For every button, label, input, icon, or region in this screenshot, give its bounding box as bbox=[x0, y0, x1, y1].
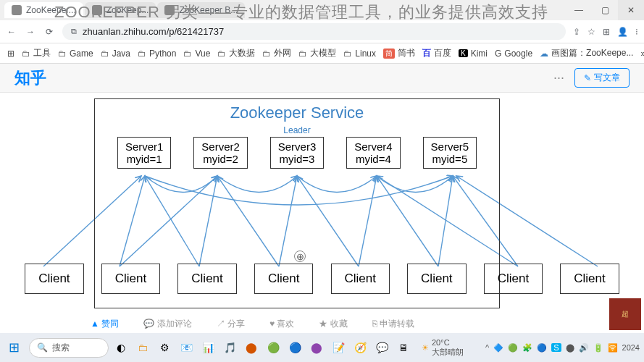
folder-icon: 🗀 bbox=[217, 49, 226, 59]
mail-icon[interactable]: 📧 bbox=[177, 338, 196, 357]
app-icon[interactable]: 🔵 bbox=[285, 338, 304, 357]
app-icon[interactable]: ⬤ bbox=[307, 338, 326, 357]
zoom-icon[interactable]: ⊕ bbox=[294, 251, 306, 262]
more-menu[interactable]: ··· bbox=[553, 70, 564, 85]
folder-icon: 🗀 bbox=[22, 49, 30, 59]
client-row: Client Client Client Client Client Clien… bbox=[7, 264, 637, 294]
maximize-button[interactable]: ▢ bbox=[592, 0, 618, 20]
site-info-icon[interactable]: ⧉ bbox=[71, 27, 77, 36]
skype-icon[interactable]: S bbox=[551, 343, 561, 352]
tab-1[interactable]: ZooKeeper... bbox=[4, 2, 83, 18]
forward-button[interactable]: → bbox=[25, 27, 36, 37]
pencil-icon: ✎ bbox=[584, 73, 591, 83]
tray-overflow[interactable]: ^ bbox=[485, 343, 489, 352]
diagram-title: Zookeeper Service bbox=[95, 104, 499, 122]
profile-avatar-icon[interactable]: 👤 bbox=[617, 27, 628, 37]
favicon bbox=[164, 5, 175, 15]
upvote-button[interactable]: ▲ 赞同 bbox=[91, 318, 119, 330]
client-box: Client bbox=[101, 264, 160, 294]
client-box: Client bbox=[177, 264, 236, 294]
bookmark-java[interactable]: 🗀Java bbox=[101, 49, 130, 59]
repost-button[interactable]: ⎘ 申请转载 bbox=[372, 318, 414, 330]
clock[interactable]: 2024 bbox=[622, 343, 640, 352]
weather-widget[interactable]: ☀ 20°C大部晴朗 bbox=[422, 338, 464, 358]
app-icon[interactable]: 📊 bbox=[198, 338, 217, 357]
bookmark-google[interactable]: GGoogle bbox=[495, 49, 532, 59]
tray-icon[interactable]: 🧩 bbox=[522, 343, 532, 353]
start-button[interactable]: ⊞ bbox=[4, 338, 23, 357]
bookmark-python[interactable]: 🗀Python bbox=[138, 49, 176, 59]
tab-3[interactable]: ZooKeeper B... bbox=[157, 2, 245, 18]
bookmarks-bar: ⊞ 🗀工具 🗀Game 🗀Java 🗀Python 🗀Vue 🗀大数据 🗀外网 … bbox=[0, 43, 644, 64]
bookmark-linux[interactable]: 🗀Linux bbox=[343, 49, 376, 59]
bookmark-vpn[interactable]: 🗀外网 bbox=[262, 47, 291, 59]
tray-icon[interactable]: 🟢 bbox=[508, 343, 518, 353]
extensions-icon[interactable]: ⊞ bbox=[603, 27, 610, 37]
cloud-icon: ☁ bbox=[540, 49, 548, 59]
url-text: zhuanlan.zhihu.com/p/621421737 bbox=[83, 26, 224, 37]
write-article-button[interactable]: ✎ 写文章 bbox=[574, 68, 630, 88]
client-box: Client bbox=[254, 264, 313, 294]
wechat-icon[interactable]: 💬 bbox=[372, 338, 391, 357]
minimize-button[interactable]: — bbox=[566, 0, 592, 20]
google-icon: G bbox=[495, 49, 501, 59]
tab-label: ZooKeeper... bbox=[26, 5, 76, 15]
app-icon[interactable]: 🟢 bbox=[264, 338, 283, 357]
bookmark-zookeeper[interactable]: ☁画图篇：ZooKeepe... bbox=[540, 47, 633, 59]
tray-icon[interactable]: 🔷 bbox=[493, 343, 503, 353]
collect-button[interactable]: ★ 收藏 bbox=[319, 318, 347, 330]
tab-label: ZooKeep... bbox=[106, 5, 149, 15]
taskbar-search[interactable]: 🔍 搜索 bbox=[29, 338, 109, 358]
tab-2[interactable]: ZooKeep... bbox=[85, 2, 156, 18]
jianshu-icon: 简 bbox=[383, 49, 395, 59]
taskview-icon[interactable]: ◐ bbox=[112, 338, 130, 357]
zhihu-header: 知乎 ··· ✎ 写文章 bbox=[0, 64, 644, 93]
like-button[interactable]: ♥ 喜欢 bbox=[269, 318, 294, 330]
search-icon: 🔍 bbox=[37, 342, 48, 353]
url-input[interactable]: ⧉ zhuanlan.zhihu.com/p/621421737 bbox=[62, 23, 566, 40]
client-box: Client bbox=[484, 264, 543, 294]
bookmark-jianshu[interactable]: 简简书 bbox=[383, 47, 415, 59]
server-1: Server1myid=1 bbox=[117, 137, 172, 169]
close-button[interactable]: ✕ bbox=[618, 0, 644, 20]
bookmark-baidu[interactable]: 百百度 bbox=[422, 47, 451, 59]
app-icon[interactable]: 🖥 bbox=[394, 338, 413, 357]
bookmark-game[interactable]: 🗀Game bbox=[58, 49, 93, 59]
volume-icon[interactable]: 🔊 bbox=[579, 343, 589, 353]
reload-button[interactable]: ⟳ bbox=[43, 27, 55, 37]
server-5: Server5myid=5 bbox=[423, 137, 477, 169]
server-3: Server3myid=3 bbox=[270, 137, 325, 169]
bookmark-bigdata[interactable]: 🗀大数据 bbox=[217, 47, 255, 59]
tray-icon[interactable]: 🔵 bbox=[537, 343, 547, 353]
search-placeholder: 搜索 bbox=[52, 342, 70, 354]
folder-icon: 🗀 bbox=[298, 49, 307, 59]
share-button[interactable]: ↗ 分享 bbox=[217, 318, 245, 330]
settings-icon[interactable]: ⚙ bbox=[155, 338, 174, 357]
comment-button[interactable]: 💬 添加评论 bbox=[143, 318, 191, 330]
baidu-icon: 百 bbox=[422, 47, 431, 59]
bookmark-vue[interactable]: 🗀Vue bbox=[183, 49, 210, 59]
zhihu-logo[interactable]: 知乎 bbox=[14, 67, 46, 89]
network-icon[interactable]: 🛜 bbox=[608, 343, 618, 353]
folder-icon: 🗀 bbox=[343, 49, 352, 59]
folder-icon: 🗀 bbox=[262, 49, 271, 59]
chrome-icon[interactable]: 🧭 bbox=[351, 338, 369, 357]
app-icon[interactable]: 🎵 bbox=[220, 338, 239, 357]
app-icon[interactable]: 📝 bbox=[329, 338, 348, 357]
bookmark-tools[interactable]: 🗀工具 bbox=[22, 47, 51, 59]
battery-icon[interactable]: 🔋 bbox=[593, 343, 603, 353]
bookmarks-overflow[interactable]: » bbox=[640, 49, 644, 59]
back-button[interactable]: ← bbox=[6, 27, 17, 37]
app-icon[interactable]: ⬤ bbox=[242, 338, 261, 357]
apps-shortcut[interactable]: ⊞ bbox=[7, 49, 14, 59]
server-2: Server2myid=2 bbox=[193, 137, 248, 169]
bookmark-llm[interactable]: 🗀大模型 bbox=[298, 47, 336, 59]
bookmark-kimi[interactable]: KKimi bbox=[459, 49, 488, 59]
bookmark-star-icon[interactable]: ☆ bbox=[587, 27, 595, 37]
tab-label: ZooKeeper B... bbox=[179, 5, 238, 15]
explorer-icon[interactable]: 🗀 bbox=[133, 338, 152, 357]
tray-icon[interactable]: ⬤ bbox=[566, 343, 574, 353]
share-icon[interactable]: ⇪ bbox=[573, 27, 580, 37]
menu-icon[interactable]: ⁝ bbox=[635, 27, 638, 37]
sun-icon: ☀ bbox=[422, 343, 429, 353]
